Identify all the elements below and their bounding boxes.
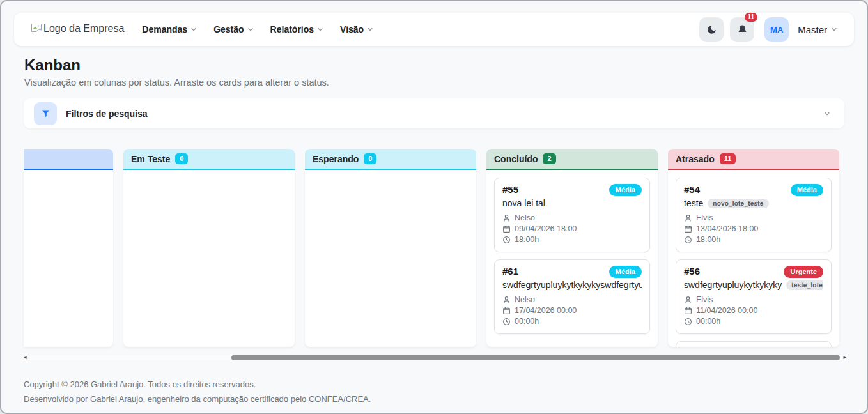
logo-alt-text: Logo da Empresa bbox=[43, 23, 124, 34]
kanban-card-57[interactable]: #57 Urgente swdfegrtyupluykytkykykyswdfe… bbox=[676, 341, 832, 347]
footer-developed-by: Desenvolvido por Gabriel Araujo, engenhe… bbox=[24, 392, 867, 406]
notifications-button[interactable]: 11 bbox=[730, 17, 754, 42]
person-icon bbox=[502, 296, 511, 304]
scrollbar-thumb[interactable] bbox=[231, 355, 840, 360]
column-count-badge: 2 bbox=[543, 153, 555, 164]
calendar-icon bbox=[502, 225, 511, 233]
column-header bbox=[24, 149, 113, 170]
calendar-icon bbox=[502, 307, 511, 315]
column-body[interactable]: #54 Média teste novo_lote_teste Elvis 13… bbox=[668, 170, 839, 347]
kanban-column-cut bbox=[24, 149, 113, 347]
card-due-date: 17/04/2026 00:00 bbox=[502, 305, 642, 316]
card-id: #55 bbox=[502, 184, 518, 195]
kanban-card-61[interactable]: #61 Média swdfegrtyupluykytkykykyswdfegr… bbox=[494, 259, 650, 334]
nav-item-relatorios[interactable]: Relatórios bbox=[270, 24, 323, 34]
chevron-down-icon bbox=[317, 26, 323, 33]
main-nav: Demandas Gestão Relatórios Visão bbox=[142, 24, 373, 34]
footer-copyright: Copyright © 2026 Gabriel Araujo. Todos o… bbox=[24, 377, 867, 392]
horizontal-scrollbar: ◂ ▸ bbox=[24, 355, 846, 360]
top-navbar: Logo da Empresa Demandas Gestão Relatóri… bbox=[14, 13, 854, 46]
card-assignee: Elvis bbox=[684, 295, 823, 305]
scrollbar-track[interactable] bbox=[28, 355, 842, 360]
filter-icon bbox=[41, 109, 50, 118]
card-hours: 00:00h bbox=[684, 316, 823, 327]
card-assignee: Nelso bbox=[502, 213, 642, 224]
user-menu[interactable]: Master bbox=[798, 24, 837, 35]
card-due-date: 13/04/2026 18:00 bbox=[684, 224, 823, 234]
column-title: Atrasado bbox=[676, 154, 715, 164]
card-description: swdfegrtyupluykytkykykyswdfegrtyupluykyt… bbox=[502, 280, 642, 290]
card-description: teste bbox=[684, 198, 703, 208]
priority-badge: Média bbox=[609, 184, 642, 196]
kanban-column-esperando: Esperando 0 bbox=[305, 149, 476, 347]
card-hours: 18:00h bbox=[684, 234, 823, 245]
card-tag: teste_lotegfgfgf bbox=[786, 280, 823, 290]
clock-icon bbox=[684, 236, 692, 244]
person-icon bbox=[684, 296, 692, 304]
bell-icon bbox=[737, 24, 748, 35]
column-body[interactable]: #55 Média nova lei tal Nelso 09/04/2026 … bbox=[486, 170, 658, 347]
scroll-left-arrow[interactable]: ◂ bbox=[24, 355, 27, 360]
person-icon bbox=[684, 214, 692, 222]
card-hours: 00:00h bbox=[502, 316, 642, 327]
chevron-down-icon bbox=[190, 26, 197, 33]
chevron-down-icon bbox=[367, 26, 373, 33]
kanban-column-concluido: Concluído 2 #55 Média nova lei tal Nelso bbox=[486, 149, 658, 347]
nav-item-visao[interactable]: Visão bbox=[340, 24, 373, 34]
kanban-column-atrasado: Atrasado 11 #54 Média teste novo_lote_te… bbox=[668, 149, 839, 347]
card-assignee: Nelso bbox=[502, 295, 642, 305]
column-body[interactable] bbox=[305, 170, 476, 347]
kanban-board: Em Teste 0 Esperando 0 Concluído 2 #55 bbox=[24, 149, 867, 347]
card-id: #54 bbox=[684, 184, 700, 195]
column-body[interactable] bbox=[24, 170, 113, 347]
nav-label: Gestão bbox=[213, 24, 244, 34]
filters-accordion[interactable]: Filtros de pesquisa bbox=[24, 98, 844, 128]
nav-item-gestao[interactable]: Gestão bbox=[213, 24, 253, 34]
navbar-actions: 11 MA Master bbox=[699, 17, 837, 42]
page-footer: Copyright © 2026 Gabriel Araujo. Todos o… bbox=[24, 377, 867, 407]
clock-icon bbox=[502, 236, 511, 244]
person-icon bbox=[502, 214, 511, 222]
chevron-down-icon bbox=[247, 26, 254, 33]
clock-icon bbox=[684, 318, 692, 326]
kanban-column-em-teste: Em Teste 0 bbox=[123, 149, 295, 347]
broken-image-icon bbox=[31, 23, 42, 36]
scroll-right-arrow[interactable]: ▸ bbox=[843, 355, 846, 360]
column-title: Em Teste bbox=[131, 154, 170, 164]
column-body[interactable] bbox=[123, 170, 295, 347]
priority-badge: Média bbox=[791, 184, 823, 196]
kanban-card-55[interactable]: #55 Média nova lei tal Nelso 09/04/2026 … bbox=[494, 178, 650, 252]
kanban-card-54[interactable]: #54 Média teste novo_lote_teste Elvis 13… bbox=[676, 178, 832, 252]
card-assignee: Elvis bbox=[684, 213, 823, 224]
nav-label: Demandas bbox=[142, 24, 187, 34]
page-title: Kanban bbox=[24, 56, 844, 74]
card-id: #56 bbox=[684, 266, 700, 277]
nav-label: Visão bbox=[340, 24, 364, 34]
column-count-badge: 0 bbox=[175, 153, 188, 164]
page-subtitle: Visualização em colunas por status. Arra… bbox=[24, 77, 844, 88]
column-header: Em Teste 0 bbox=[123, 149, 295, 170]
priority-badge: Urgente bbox=[784, 266, 823, 278]
card-due-date: 11/04/2026 00:00 bbox=[684, 305, 823, 316]
user-name: Master bbox=[798, 24, 827, 35]
kanban-card-56[interactable]: #56 Urgente swdfegrtyupluykytkykyky test… bbox=[676, 259, 832, 334]
app-window: Logo da Empresa Demandas Gestão Relatóri… bbox=[0, 0, 868, 414]
calendar-icon bbox=[684, 307, 692, 315]
card-id: #61 bbox=[502, 266, 518, 277]
filters-label: Filtros de pesquisa bbox=[66, 109, 148, 119]
column-count-badge: 0 bbox=[364, 153, 376, 164]
card-hours: 18:00h bbox=[502, 234, 642, 245]
page-header: Kanban Visualização em colunas por statu… bbox=[24, 56, 844, 88]
nav-item-demandas[interactable]: Demandas bbox=[142, 24, 197, 34]
notification-count-badge: 11 bbox=[745, 13, 758, 22]
column-header: Concluído 2 bbox=[486, 149, 658, 170]
nav-label: Relatórios bbox=[270, 24, 314, 34]
priority-badge: Média bbox=[609, 266, 642, 278]
clock-icon bbox=[502, 318, 511, 326]
column-title: Esperando bbox=[313, 154, 359, 164]
company-logo[interactable]: Logo da Empresa bbox=[31, 23, 124, 36]
user-avatar[interactable]: MA bbox=[764, 17, 789, 42]
column-count-badge: 11 bbox=[720, 153, 736, 164]
dark-mode-toggle[interactable] bbox=[699, 17, 724, 42]
moon-icon bbox=[706, 24, 717, 35]
